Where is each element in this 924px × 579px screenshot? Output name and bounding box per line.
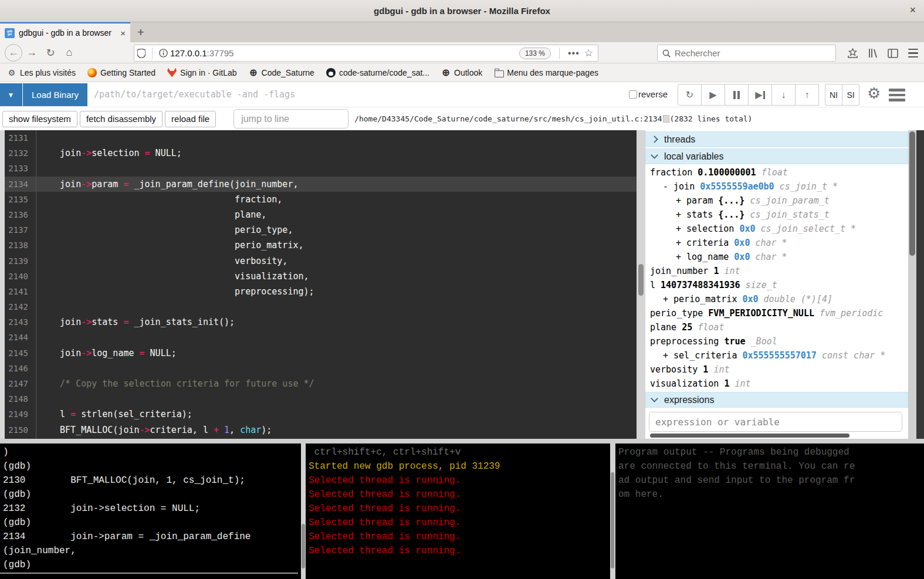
source-code-viewer[interactable]: 21312132 join->selection = NULL;21332134… (5, 130, 637, 439)
right-panel-scrollbar[interactable] (908, 130, 916, 439)
next-button[interactable]: ▶ (748, 84, 772, 106)
right-panel-scrollbar-thumb[interactable] (909, 131, 915, 256)
right-panel-hscrollbar-thumb[interactable] (650, 434, 849, 438)
new-tab-button[interactable]: + (130, 22, 151, 42)
line-number[interactable]: 2131 (5, 130, 36, 145)
terminal-line: ctrl+shift+c, ctrl+shift+v (309, 445, 610, 459)
forward-icon[interactable]: → (22, 46, 41, 59)
expand-icon[interactable]: + (676, 195, 686, 206)
search-input[interactable] (675, 48, 831, 58)
page-actions-icon[interactable]: ••• (568, 48, 580, 59)
tab-gdbgui[interactable]: gdbgui gdbgui - gdb in a browser × (0, 22, 130, 42)
restart-button[interactable]: ↻ (678, 84, 702, 106)
program-output-terminal[interactable]: Program output -- Programs being debugge… (615, 443, 924, 579)
jump-to-line-input[interactable] (233, 109, 348, 128)
next-instruction-button[interactable]: NI (825, 84, 842, 106)
url-bar[interactable]: 127.0.0.1 :37795 133 % ••• ☆ (134, 45, 598, 62)
bookmark-item[interactable]: Menu des marque-pages (494, 68, 598, 77)
reload-icon[interactable]: ↻ (41, 46, 60, 59)
home-icon[interactable]: ⌂ (60, 46, 79, 59)
threads-header[interactable]: threads (645, 131, 908, 147)
scrollbar-thumb[interactable] (611, 472, 614, 568)
gdbgui-output-terminal[interactable]: ctrl+shift+c, ctrl+shift+vStarted new gd… (306, 443, 610, 579)
expand-icon[interactable]: + (663, 294, 673, 304)
copy-path-icon[interactable] (663, 115, 669, 123)
search-bar[interactable] (657, 45, 836, 62)
window-close-icon[interactable]: × (909, 4, 916, 16)
info-icon[interactable] (156, 49, 170, 57)
pause-button[interactable] (725, 84, 749, 106)
bookmark-item[interactable]: code-saturne/code_sat... (326, 68, 429, 77)
reverse-checkbox[interactable] (629, 90, 637, 99)
line-number[interactable]: 2135 (5, 192, 36, 207)
expand-icon[interactable]: + (676, 252, 686, 262)
library-icon[interactable] (868, 48, 878, 58)
line-number[interactable]: 2140 (5, 269, 36, 284)
line-number[interactable]: 2139 (5, 253, 36, 269)
line-number[interactable]: 2137 (5, 222, 36, 238)
line-number[interactable]: 2144 (5, 330, 36, 345)
zoom-badge[interactable]: 133 % (519, 48, 551, 59)
reload-file-button[interactable]: reload file (165, 111, 216, 127)
continue-button[interactable]: ▶ (701, 84, 725, 106)
expand-icon[interactable]: + (663, 350, 673, 361)
bookmark-item[interactable]: Sign in · GitLab (167, 68, 237, 77)
variable-name: stats (686, 209, 718, 220)
settings-gear-icon[interactable]: ⚙ (867, 84, 881, 103)
sidebar-icon[interactable] (888, 49, 898, 58)
gdb-console-terminal[interactable]: )(gdb)2130 BFT_MALLOC(join, 1, cs_join_t… (0, 443, 301, 579)
shield-icon[interactable] (134, 49, 148, 58)
tab-close-icon[interactable]: × (120, 28, 126, 38)
line-number[interactable]: 2132 (5, 145, 36, 161)
back-icon[interactable]: ← (5, 44, 22, 62)
show-filesystem-button[interactable]: show filesystem (2, 111, 77, 127)
fetch-disassembly-button[interactable]: fetch disassembly (80, 111, 163, 127)
scrollbar-thumb[interactable] (302, 524, 305, 568)
source-line: 2142 (5, 299, 637, 314)
gdbgui-output-scrollbar[interactable] (610, 443, 615, 579)
line-number[interactable]: 2148 (5, 391, 36, 407)
source-line: 2138 perio_matrix, (5, 238, 637, 253)
expressions-header[interactable]: expressions (645, 392, 908, 408)
bookmark-star-icon[interactable]: ☆ (584, 47, 593, 59)
expand-icon[interactable]: + (676, 224, 686, 234)
save-to-bookmarks-icon[interactable] (848, 48, 858, 58)
line-number[interactable]: 2150 (5, 422, 36, 438)
line-number[interactable]: 2138 (5, 238, 36, 253)
expand-icon[interactable]: + (676, 238, 686, 248)
bookmark-item[interactable]: ⚙Les plus visités (7, 68, 76, 77)
line-number[interactable]: 2149 (5, 407, 36, 422)
line-number[interactable]: 2133 (5, 161, 36, 176)
line-number[interactable]: 2147 (5, 376, 36, 391)
gdb-console-scrollbar[interactable] (301, 443, 306, 579)
source-scrollbar[interactable] (637, 130, 645, 439)
variable-name: sel_criteria (673, 350, 742, 361)
line-number[interactable]: 2136 (5, 207, 36, 222)
bookmark-item[interactable]: ⊕Outlook (441, 68, 482, 77)
line-number[interactable]: 2145 (5, 346, 36, 361)
binary-path-input[interactable] (94, 84, 616, 104)
line-number[interactable]: 2141 (5, 284, 36, 299)
gdbgui-menu-icon[interactable] (889, 89, 905, 101)
line-number[interactable]: 2143 (5, 314, 36, 330)
terminal-line: ) (3, 445, 301, 459)
line-number[interactable]: 2142 (5, 299, 36, 314)
collapse-icon[interactable]: - (663, 181, 673, 192)
finish-button[interactable]: ↑ (795, 84, 819, 106)
expression-input[interactable] (649, 412, 902, 432)
gdb-console-hscrollbar[interactable] (0, 573, 298, 574)
menu-icon[interactable] (908, 49, 918, 58)
line-number[interactable]: 2146 (5, 361, 36, 376)
local-variables-header[interactable]: local variables (645, 148, 908, 164)
load-binary-dropdown-caret-icon[interactable]: ▼ (0, 83, 22, 106)
variable-value: FVM_PERIODICITY_NULL (708, 308, 820, 319)
expand-icon[interactable]: + (676, 209, 686, 220)
source-scrollbar-thumb[interactable] (638, 264, 644, 296)
bookmark-item[interactable]: ⊕Code_Saturne (249, 68, 314, 77)
line-number[interactable]: 2134 (5, 177, 36, 192)
step-instruction-button[interactable]: SI (842, 84, 859, 106)
step-button[interactable]: ↓ (771, 84, 796, 106)
variable-value: true (724, 336, 750, 347)
bookmark-item[interactable]: Getting Started (87, 68, 155, 77)
load-binary-button[interactable]: Load Binary (23, 83, 87, 106)
